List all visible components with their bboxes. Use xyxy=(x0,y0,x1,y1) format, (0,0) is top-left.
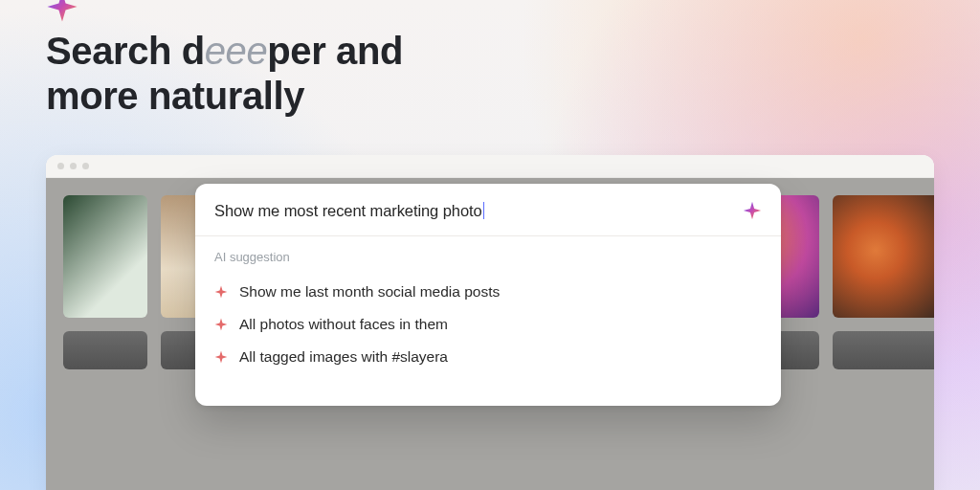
search-dropdown-panel: Show me most recent marketing photo xyxy=(195,184,781,406)
headline-line2: more naturally xyxy=(46,75,304,117)
search-input[interactable]: Show me most recent marketing photo xyxy=(214,202,484,220)
thumbnail[interactable] xyxy=(833,195,934,318)
headline-part1: Search d xyxy=(46,30,205,72)
window-dot xyxy=(57,163,64,169)
window-dot xyxy=(70,163,77,169)
sparkle-icon xyxy=(214,350,228,364)
suggestion-text: All photos without faces in them xyxy=(239,316,448,333)
search-query-text: Show me most recent marketing photo xyxy=(214,202,482,220)
suggestion-header: AI suggestion xyxy=(214,250,762,264)
sparkle-icon xyxy=(214,285,228,299)
headline-fade: eee xyxy=(205,30,268,72)
browser-window: Show me most recent marketing photo xyxy=(46,155,934,490)
thumbnail[interactable] xyxy=(63,195,147,318)
suggestion-list: AI suggestion Show me last month social … xyxy=(195,236,781,390)
suggestion-item[interactable]: All tagged images with #slayera xyxy=(214,341,762,373)
search-input-row[interactable]: Show me most recent marketing photo xyxy=(195,184,781,236)
suggestion-item[interactable]: All photos without faces in them xyxy=(214,308,762,341)
thumbnail[interactable] xyxy=(63,331,147,369)
sparkle-icon[interactable] xyxy=(743,201,762,220)
sparkle-logo-icon xyxy=(46,0,78,23)
thumbnail[interactable] xyxy=(833,331,934,369)
sparkle-icon xyxy=(214,318,228,331)
suggestion-item[interactable]: Show me last month social media posts xyxy=(214,276,762,308)
headline-part2: per and xyxy=(267,30,403,72)
hero-headline: Search deeeper and more naturally xyxy=(46,29,403,119)
suggestion-text: Show me last month social media posts xyxy=(239,283,500,301)
browser-titlebar xyxy=(46,155,934,178)
window-dot xyxy=(82,163,89,169)
hero-stage: Search deeeper and more naturally xyxy=(0,0,980,490)
browser-viewport: Show me most recent marketing photo xyxy=(46,178,934,490)
suggestion-text: All tagged images with #slayera xyxy=(239,348,448,366)
text-caret xyxy=(483,202,484,219)
